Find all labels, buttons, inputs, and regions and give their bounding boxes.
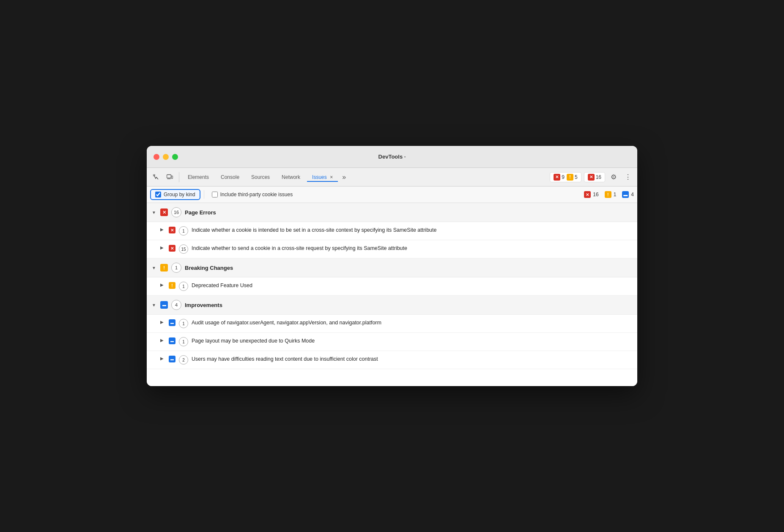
responsive-icon[interactable] xyxy=(164,171,175,183)
issue-2-count: 15 xyxy=(179,244,188,254)
issue-3-count: 1 xyxy=(179,282,188,291)
issue-5-info-icon: ▬ xyxy=(169,337,175,344)
devtools-window: DevTools · Elements Console Sources Netw… xyxy=(147,146,637,386)
improvements-count: 4 xyxy=(171,300,181,310)
breaking-changes-count: 1 xyxy=(171,263,181,273)
minimize-button[interactable] xyxy=(163,154,169,160)
issue-1-chevron: ▶ xyxy=(160,227,165,232)
tab-bar: Elements Console Sources Network Issues … xyxy=(147,168,637,186)
error-warning-badge[interactable]: ✕ 9 ! 5 xyxy=(550,172,581,182)
issue-4-text: Audit usage of navigator.userAgent, navi… xyxy=(192,319,381,327)
filter-error-icon: ✕ xyxy=(584,191,591,198)
tab-issues[interactable]: Issues × xyxy=(307,173,338,182)
filter-info-badge[interactable]: ▬ 4 xyxy=(622,191,634,198)
total-error-icon: ✕ xyxy=(588,174,595,181)
filter-separator xyxy=(204,190,204,199)
error-icon: ✕ xyxy=(554,174,560,181)
issue-samesite-1[interactable]: ▶ ✕ 1 Indicate whether a cookie is inten… xyxy=(147,222,637,240)
toolbar-right: ✕ 9 ! 5 ✕ 16 ⚙ ⋮ xyxy=(550,171,634,183)
tab-console[interactable]: Console xyxy=(216,173,244,182)
issue-3-warning-icon: ! xyxy=(169,282,175,289)
issue-5-count: 1 xyxy=(179,337,188,346)
issue-1-error-icon: ✕ xyxy=(169,227,175,233)
traffic-lights xyxy=(154,154,178,160)
issue-4-count: 1 xyxy=(179,319,188,328)
group-page-errors[interactable]: ▼ ✕ 16 Page Errors xyxy=(147,203,637,222)
group-breaking-changes[interactable]: ▼ ! 1 Breaking Changes xyxy=(147,258,637,277)
page-errors-count: 16 xyxy=(171,207,181,217)
issue-5-chevron: ▶ xyxy=(160,338,165,343)
improvements-title: Improvements xyxy=(185,302,222,308)
filter-warning-icon: ! xyxy=(605,191,611,198)
window-title: DevTools · xyxy=(378,154,406,160)
filter-warning-badge[interactable]: ! 1 xyxy=(605,191,617,198)
group-by-kind-filter[interactable]: Group by kind xyxy=(150,189,200,200)
filter-bar: Group by kind Include third-party cookie… xyxy=(147,186,637,203)
page-errors-icon: ✕ xyxy=(160,208,168,216)
filter-error-count: 16 xyxy=(593,192,598,197)
filter-info-icon: ▬ xyxy=(622,191,629,198)
issue-quirks-mode[interactable]: ▶ ▬ 1 Page layout may be unexpected due … xyxy=(147,333,637,351)
breaking-changes-chevron: ▼ xyxy=(152,266,157,270)
issue-1-text: Indicate whether a cookie is intended to… xyxy=(192,226,436,234)
warning-count: 5 xyxy=(575,174,578,180)
issue-useragent[interactable]: ▶ ▬ 1 Audit usage of navigator.userAgent… xyxy=(147,315,637,333)
issue-3-chevron: ▶ xyxy=(160,282,165,287)
svg-rect-2 xyxy=(171,176,173,178)
issue-deprecated[interactable]: ▶ ! 1 Deprecated Feature Used xyxy=(147,277,637,296)
breaking-changes-title: Breaking Changes xyxy=(185,265,233,271)
issues-close-icon[interactable]: × xyxy=(330,174,333,180)
issue-color-contrast[interactable]: ▶ ▬ 2 Users may have difficulties readin… xyxy=(147,351,637,369)
filter-warning-count: 1 xyxy=(614,192,617,197)
svg-rect-1 xyxy=(167,175,171,178)
tab-sources[interactable]: Sources xyxy=(246,173,275,182)
third-party-checkbox[interactable] xyxy=(212,192,218,197)
bottom-spacer xyxy=(147,369,637,386)
issue-2-error-icon: ✕ xyxy=(169,245,175,252)
total-badge[interactable]: ✕ 16 xyxy=(584,172,605,182)
issue-2-text: Indicate whether to send a cookie in a c… xyxy=(192,244,407,252)
group-by-kind-label: Group by kind xyxy=(164,192,195,197)
issue-1-count: 1 xyxy=(179,226,188,236)
breaking-changes-icon: ! xyxy=(160,264,168,271)
filter-info-count: 4 xyxy=(631,192,634,197)
issue-6-info-icon: ▬ xyxy=(169,356,175,362)
group-by-kind-checkbox[interactable] xyxy=(155,192,161,197)
page-errors-title: Page Errors xyxy=(185,209,216,216)
filter-counts: ✕ 16 ! 1 ▬ 4 xyxy=(584,191,634,198)
issue-6-text: Users may have difficulties reading text… xyxy=(192,355,378,363)
settings-icon[interactable]: ⚙ xyxy=(608,171,620,183)
issue-6-chevron: ▶ xyxy=(160,356,165,361)
improvements-icon: ▬ xyxy=(160,301,168,309)
warning-icon: ! xyxy=(567,174,573,181)
close-button[interactable] xyxy=(154,154,159,160)
issue-4-chevron: ▶ xyxy=(160,320,165,324)
title-bar: DevTools · xyxy=(147,146,637,168)
toolbar-divider xyxy=(179,172,179,182)
third-party-filter[interactable]: Include third-party cookie issues xyxy=(208,190,297,199)
issue-samesite-2[interactable]: ▶ ✕ 15 Indicate whether to send a cookie… xyxy=(147,240,637,258)
inspect-icon[interactable] xyxy=(150,171,162,183)
improvements-chevron: ▼ xyxy=(152,303,157,307)
maximize-button[interactable] xyxy=(172,154,178,160)
tab-network[interactable]: Network xyxy=(277,173,305,182)
more-tabs-icon[interactable]: » xyxy=(340,172,348,183)
filter-error-badge[interactable]: ✕ 16 xyxy=(584,191,598,198)
issue-5-text: Page layout may be unexpected due to Qui… xyxy=(192,337,315,345)
issue-4-info-icon: ▬ xyxy=(169,319,175,326)
issues-content: ▼ ✕ 16 Page Errors ▶ ✕ 1 Indicate whethe… xyxy=(147,203,637,386)
issue-2-chevron: ▶ xyxy=(160,245,165,250)
page-errors-chevron: ▼ xyxy=(152,210,157,215)
total-count: 16 xyxy=(596,174,601,180)
error-count: 9 xyxy=(562,174,565,180)
third-party-label: Include third-party cookie issues xyxy=(220,192,293,197)
issue-6-count: 2 xyxy=(179,355,188,365)
tab-elements[interactable]: Elements xyxy=(183,173,214,182)
group-improvements[interactable]: ▼ ▬ 4 Improvements xyxy=(147,296,637,315)
issue-3-text: Deprecated Feature Used xyxy=(192,282,252,290)
more-options-icon[interactable]: ⋮ xyxy=(622,171,634,183)
